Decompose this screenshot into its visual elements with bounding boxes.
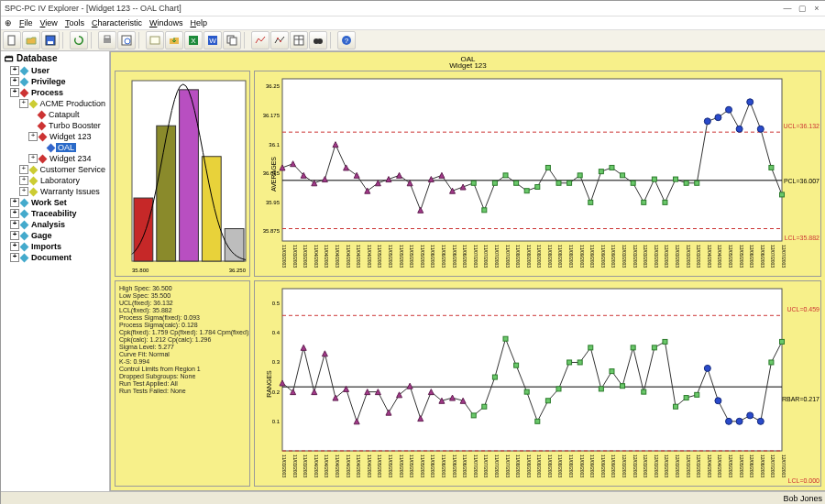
word-icon[interactable]: W (204, 31, 222, 49)
tree-item-work-set[interactable]: +Work Set (1, 197, 109, 208)
maximize-button[interactable]: ▢ (797, 3, 808, 14)
tree-item-acme-production[interactable]: +ACME Production (1, 98, 109, 109)
menu-help[interactable]: Help (190, 18, 207, 27)
svg-text:12/05/2003: 12/05/2003 (739, 455, 744, 477)
svg-text:11/06/2003: 11/06/2003 (462, 245, 468, 268)
menu-file[interactable]: File (19, 18, 33, 27)
svg-text:12/03/2003: 12/03/2003 (643, 245, 648, 268)
svg-rect-176 (599, 387, 603, 391)
svg-rect-80 (695, 181, 699, 185)
tree-item-user[interactable]: +User (1, 65, 109, 76)
tree-item-widget-234[interactable]: +Widget 234 (1, 153, 109, 164)
tree-item-analysis[interactable]: +Analysis (1, 219, 109, 230)
tree-item-privilege[interactable]: +Privilege (1, 76, 109, 87)
help-icon[interactable]: ? (337, 31, 356, 49)
tree-item-gage[interactable]: +Gage (1, 230, 109, 241)
svg-text:12/03/2003: 12/03/2003 (654, 245, 659, 268)
svg-rect-179 (631, 345, 635, 350)
tree-item-oal[interactable]: OAL (1, 142, 109, 153)
svg-text:0.2: 0.2 (272, 389, 280, 395)
svg-text:12/04/2003: 12/04/2003 (717, 455, 722, 477)
tree-item-catapult[interactable]: Catapult (1, 109, 109, 120)
svg-text:0.4: 0.4 (272, 330, 280, 335)
svg-text:11/07/2003: 11/07/2003 (483, 455, 489, 477)
svg-text:11/05/2003: 11/05/2003 (388, 245, 393, 268)
menu-tools[interactable]: Tools (65, 18, 84, 27)
tree-item-process[interactable]: +Process (1, 87, 109, 98)
binoculars-icon[interactable] (309, 31, 327, 49)
svg-text:12/06/2003: 12/06/2003 (749, 245, 754, 268)
svg-text:12/06/2003: 12/06/2003 (749, 455, 754, 477)
svg-text:12/03/2003: 12/03/2003 (622, 455, 627, 477)
svg-text:11/04/2003: 11/04/2003 (367, 245, 372, 268)
svg-text:12/03/2003: 12/03/2003 (696, 245, 701, 268)
menu-windows[interactable]: Windows (149, 18, 183, 27)
svg-rect-78 (674, 177, 678, 181)
svg-rect-37 (282, 79, 782, 241)
new-icon[interactable] (3, 31, 21, 49)
svg-rect-177 (610, 369, 614, 374)
svg-rect-170 (535, 419, 540, 423)
import-icon[interactable] (165, 31, 183, 49)
tree-item-traceability[interactable]: +Traceability (1, 208, 109, 219)
print-preview-icon[interactable] (117, 31, 136, 49)
svg-text:12/04/2003: 12/04/2003 (707, 455, 712, 477)
svg-text:11/07/2003: 11/07/2003 (494, 245, 500, 268)
tree-item-warranty-issues[interactable]: +Warranty Issues (1, 186, 109, 197)
menu-view[interactable]: View (40, 18, 58, 27)
tree-item-customer-service[interactable]: +Customer Service (1, 164, 109, 175)
chart-points-icon[interactable] (270, 31, 289, 49)
svg-rect-164 (471, 413, 476, 418)
tree-item-widget-123[interactable]: +Widget 123 (1, 131, 109, 142)
tree-item-imports[interactable]: +Imports (1, 241, 109, 252)
svg-rect-71 (599, 170, 603, 174)
status-user: Bob Jones (783, 494, 822, 503)
stats-panel: High Spec: 36.500Low Spec: 35.500UCL(fix… (115, 280, 250, 487)
svg-text:11/06/2003: 11/06/2003 (452, 455, 457, 477)
svg-text:12/04/2003: 12/04/2003 (707, 245, 712, 268)
svg-text:W: W (209, 37, 216, 45)
refresh-icon[interactable] (70, 31, 88, 49)
svg-text:11/08/2003: 11/08/2003 (515, 455, 521, 477)
svg-rect-74 (631, 181, 635, 185)
copy-icon[interactable] (223, 31, 241, 49)
sidebar-tree[interactable]: 🗃Database +User+Privilege+Process+ACME P… (1, 51, 110, 491)
rng-ucl-label: UCL=0.459 (786, 306, 820, 312)
menu-characteristic[interactable]: Characteristic (92, 18, 142, 27)
svg-text:11/09/2003: 11/09/2003 (600, 245, 606, 268)
svg-rect-173 (567, 360, 572, 365)
svg-text:12/05/2003: 12/05/2003 (728, 455, 733, 477)
svg-text:0.1: 0.1 (272, 419, 280, 424)
svg-text:11/09/2003: 11/09/2003 (579, 245, 585, 268)
svg-rect-13 (230, 38, 236, 45)
svg-rect-192 (769, 360, 774, 365)
svg-text:11/03/2003: 11/03/2003 (292, 245, 298, 268)
svg-text:11/09/2003: 11/09/2003 (589, 455, 595, 477)
svg-text:12/04/2003: 12/04/2003 (717, 245, 722, 268)
tree-item-turbo-booster[interactable]: Turbo Booster (1, 120, 109, 131)
print-icon[interactable] (98, 31, 116, 49)
svg-rect-79 (684, 181, 688, 185)
minimize-button[interactable]: — (782, 3, 793, 14)
svg-rect-76 (652, 177, 656, 181)
svg-rect-66 (545, 165, 550, 170)
open-icon[interactable] (22, 31, 40, 49)
tree-item-document[interactable]: +Document (1, 252, 109, 263)
svg-point-188 (726, 418, 732, 424)
close-button[interactable]: × (811, 3, 822, 14)
excel-icon[interactable]: X (184, 31, 203, 49)
svg-text:11/08/2003: 11/08/2003 (557, 245, 563, 268)
svg-text:11/03/2003: 11/03/2003 (292, 455, 298, 477)
chart-subtitle: Widget 123 (115, 62, 821, 69)
svg-text:36.025: 36.025 (263, 170, 280, 176)
svg-point-86 (757, 126, 764, 132)
tree-item-laboratory[interactable]: +Laboratory (1, 175, 109, 186)
find-icon[interactable] (146, 31, 164, 49)
svg-rect-183 (674, 404, 678, 409)
save-icon[interactable] (41, 31, 60, 49)
svg-rect-171 (545, 399, 550, 403)
chart-icon[interactable] (251, 31, 270, 49)
svg-text:11/08/2003: 11/08/2003 (536, 245, 542, 268)
svg-text:11/09/2003: 11/09/2003 (610, 245, 616, 268)
table-icon[interactable] (290, 31, 308, 49)
